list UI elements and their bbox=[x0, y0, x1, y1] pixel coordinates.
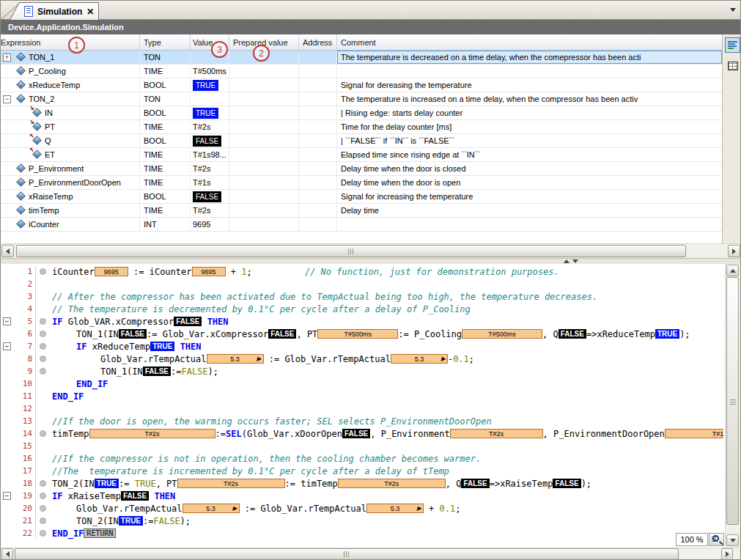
scroll-up-button[interactable] bbox=[726, 265, 739, 276]
breakpoint-margin[interactable] bbox=[36, 517, 49, 524]
tab-close-icon[interactable]: ✕ bbox=[86, 8, 94, 15]
value-cell[interactable]: T#2s bbox=[191, 162, 229, 175]
table-row[interactable]: P_EnvironmentDoorOpenTIMET#1sDelay time … bbox=[1, 176, 722, 190]
fold-margin[interactable]: − bbox=[1, 342, 12, 350]
declaration-tableview-button[interactable] bbox=[725, 58, 740, 73]
inline-value-box[interactable]: 9695 bbox=[95, 267, 128, 276]
table-hscrollbar[interactable] bbox=[1, 243, 741, 258]
inline-bool-box[interactable]: FALSE bbox=[342, 429, 370, 438]
inline-value-box[interactable]: 5.3▶ bbox=[391, 354, 448, 364]
prepared-value-cell[interactable] bbox=[229, 176, 299, 189]
table-row[interactable]: ↖QBOOLFALSE| ``FALSE`` if ``IN`` is ``FA… bbox=[1, 134, 722, 148]
inline-bool-box[interactable]: FALSE bbox=[174, 317, 202, 326]
value-cell[interactable]: T#500ms bbox=[191, 65, 229, 78]
pane-splitter[interactable] bbox=[1, 258, 741, 264]
inline-value-box[interactable]: T#500ms bbox=[317, 329, 398, 339]
scroll-right-button[interactable] bbox=[728, 245, 740, 257]
breakpoint-margin[interactable] bbox=[36, 343, 49, 350]
declaration-textview-button[interactable] bbox=[725, 37, 740, 53]
table-row[interactable]: iCounterINT9695 bbox=[1, 218, 722, 232]
inline-bool-box[interactable]: FALSE bbox=[143, 366, 171, 376]
breakpoint-margin[interactable] bbox=[36, 318, 49, 325]
inline-value-box[interactable]: T#2s bbox=[89, 429, 215, 438]
prepared-value-cell[interactable] bbox=[229, 162, 299, 175]
value-cell[interactable]: 9695 bbox=[191, 218, 229, 231]
prepared-value-cell[interactable] bbox=[229, 134, 299, 147]
breakpoint-margin[interactable] bbox=[36, 355, 49, 362]
table-row[interactable]: ↘INBOOLTRUE| Rising edge: starts delay c… bbox=[1, 106, 722, 120]
inline-value-box[interactable]: 5.3▶ bbox=[207, 354, 264, 364]
breakpoint-margin[interactable] bbox=[36, 493, 49, 499]
breakpoint-margin[interactable] bbox=[36, 268, 49, 275]
breakpoint-margin[interactable] bbox=[36, 331, 49, 337]
inline-bool-box[interactable]: FALSE bbox=[268, 329, 296, 339]
st-code-editor[interactable]: 1iCounter9695 := iCounter9695 + 1; // No… bbox=[1, 264, 741, 548]
scroll-down-button[interactable] bbox=[726, 534, 739, 546]
inline-bool-box[interactable]: FALSE bbox=[558, 329, 586, 339]
scroll-thumb[interactable] bbox=[726, 277, 739, 525]
column-header-type[interactable]: Type bbox=[140, 34, 191, 50]
collapse-minus-icon[interactable]: − bbox=[3, 95, 11, 103]
prepared-value-cell[interactable] bbox=[229, 120, 299, 133]
breakpoint-margin[interactable] bbox=[36, 480, 49, 487]
inline-value-box[interactable]: T#2s bbox=[177, 479, 285, 488]
value-cell[interactable] bbox=[191, 92, 229, 106]
scroll-thumb[interactable] bbox=[16, 245, 686, 257]
breakpoint-margin[interactable] bbox=[36, 430, 49, 437]
editor-vscrollbar[interactable] bbox=[725, 264, 740, 548]
value-cell[interactable]: T#2s bbox=[191, 204, 229, 217]
prepared-value-cell[interactable] bbox=[229, 65, 299, 78]
inline-value-box[interactable]: 9695 bbox=[192, 267, 226, 276]
editor-hscrollbar[interactable] bbox=[1, 548, 741, 560]
inline-bool-box[interactable]: TRUE bbox=[150, 342, 174, 351]
inline-value-box[interactable]: 5.3▶ bbox=[366, 504, 424, 513]
prepared-value-cell[interactable] bbox=[229, 190, 299, 203]
table-row[interactable]: ↖ETTIMET#1s98...Elapsed time since risin… bbox=[1, 148, 722, 162]
inline-bool-box[interactable]: FALSE bbox=[461, 479, 489, 488]
scroll-thumb[interactable] bbox=[15, 548, 679, 560]
scroll-left-button[interactable] bbox=[1, 548, 13, 560]
inline-value-box[interactable]: T#500ms bbox=[462, 329, 542, 339]
value-cell[interactable]: FALSE bbox=[191, 134, 229, 147]
breakpoint-margin[interactable] bbox=[36, 505, 49, 512]
inline-value-box[interactable]: T#2s bbox=[450, 429, 543, 438]
table-row[interactable]: P_EnvironmentTIMET#2sDelay time when the… bbox=[1, 162, 722, 176]
fold-collapse-icon[interactable]: − bbox=[3, 342, 11, 350]
column-header-address[interactable]: Address bbox=[299, 34, 337, 50]
value-cell[interactable]: T#1s bbox=[191, 176, 229, 189]
inline-bool-box[interactable]: FALSE bbox=[119, 329, 147, 339]
tab-list-dropdown-icon[interactable] bbox=[730, 8, 736, 12]
table-row[interactable]: xRaiseTempBOOLFALSESignal for increasing… bbox=[1, 190, 722, 204]
table-row[interactable]: +TON_1TONThe temperature is decreased on… bbox=[1, 51, 722, 65]
zoom-magnifier-button[interactable] bbox=[709, 533, 724, 546]
inline-bool-box[interactable]: FALSE bbox=[121, 491, 149, 501]
table-row[interactable]: timTempTIMET#2sDelay time bbox=[1, 204, 722, 218]
tab-simulation[interactable]: Simulation ✕ bbox=[10, 2, 99, 20]
scroll-right-button[interactable] bbox=[721, 548, 733, 560]
inline-value-box[interactable]: 5.3▶ bbox=[183, 504, 240, 513]
value-cell[interactable]: T#1s98... bbox=[191, 148, 229, 161]
value-cell[interactable]: T#2s bbox=[191, 120, 229, 133]
prepared-value-cell[interactable] bbox=[229, 92, 299, 106]
fold-margin[interactable]: − bbox=[1, 317, 12, 325]
breakpoint-margin[interactable] bbox=[36, 368, 49, 375]
splitter-arrows-icon[interactable] bbox=[564, 259, 578, 263]
table-row[interactable]: xReduceTempBOOLTRUESignal for dereasing … bbox=[1, 78, 722, 92]
fold-margin[interactable]: − bbox=[1, 492, 12, 500]
inline-value-box[interactable]: T#2s bbox=[338, 479, 446, 488]
fold-collapse-icon[interactable]: − bbox=[3, 317, 11, 325]
breakpoint-margin[interactable] bbox=[36, 530, 49, 537]
prepared-value-cell[interactable] bbox=[229, 106, 299, 119]
table-row[interactable]: −TON_2TONThe temperature is increased on… bbox=[1, 92, 722, 106]
value-cell[interactable]: TRUE bbox=[191, 78, 229, 92]
value-cell[interactable]: FALSE bbox=[191, 190, 229, 203]
fold-collapse-icon[interactable]: − bbox=[3, 492, 11, 500]
inline-bool-box[interactable]: TRUE bbox=[655, 329, 679, 339]
value-cell[interactable]: TRUE bbox=[191, 106, 229, 119]
prepared-value-cell[interactable] bbox=[229, 148, 299, 161]
expand-plus-icon[interactable]: + bbox=[3, 54, 11, 62]
prepared-value-cell[interactable] bbox=[229, 204, 299, 217]
column-header-comment[interactable]: Comment bbox=[337, 34, 722, 50]
table-row[interactable]: ↘PTTIMET#2sTime for the delay counter [m… bbox=[1, 120, 722, 134]
inline-bool-box[interactable]: TRUE bbox=[95, 479, 119, 488]
